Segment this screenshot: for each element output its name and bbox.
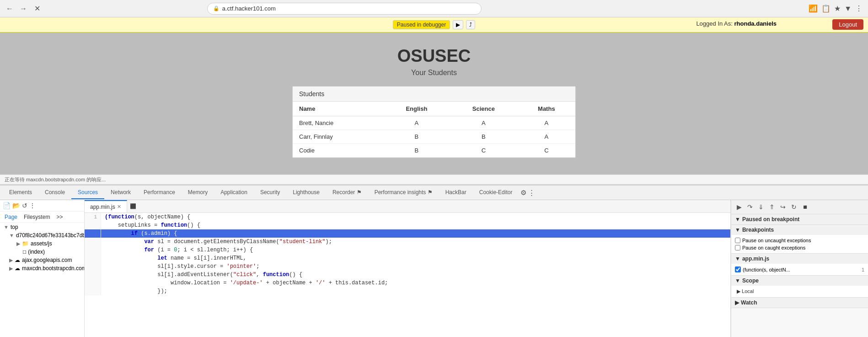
breakpoints-header[interactable]: ▼ Breakpoints	[731, 225, 868, 235]
resume-button[interactable]: ▶	[453, 20, 463, 29]
code-line-10: });	[85, 287, 730, 295]
resume-execution-button[interactable]: ▶	[734, 202, 744, 212]
tree-item-ajax[interactable]: ▶ ☁ ajax.googleapis.com	[0, 256, 84, 264]
tab-network[interactable]: Network	[104, 186, 137, 199]
new-file-icon[interactable]: 📄	[3, 202, 11, 209]
tab-sources[interactable]: Sources	[71, 186, 104, 199]
sync-icon[interactable]: ↺	[22, 202, 27, 209]
collapse-icon[interactable]: ⬛	[130, 203, 136, 209]
file-tree-tab-filesystem[interactable]: Filesystem	[22, 213, 52, 221]
section-expand-icon: ▶	[735, 299, 739, 306]
line-number: 1	[85, 213, 101, 221]
tab-lighthouse[interactable]: Lighthouse	[286, 186, 326, 199]
paused-section: ▼ Paused on breakpoint	[731, 214, 868, 225]
students-panel-header: Students	[293, 87, 575, 102]
table-row: Codie B C C	[293, 144, 575, 158]
tree-item-assets-js[interactable]: ▶ 📁 assets/js	[0, 239, 84, 248]
step-over-button[interactable]: ⤴	[466, 20, 475, 29]
tree-item-maxcdn[interactable]: ▶ ☁ maxcdn.bootstrapcdn.com	[0, 264, 84, 272]
scope-local-item[interactable]: ▶ Local	[735, 288, 864, 295]
code-content: let name = sl[i].innerHTML,	[101, 254, 246, 262]
refresh-button[interactable]: ✕	[32, 4, 42, 14]
tab-console[interactable]: Console	[38, 186, 71, 199]
devtools-body: 📄 📂 ↺ ⋮ Page Filesystem >> ▼ top ▼ d70f8…	[0, 200, 868, 337]
debugger-panel: ▶ ↷ ⇓ ⇑ ↪ ↻ ◾ ▼ Paused on breakpoint ▼ B…	[731, 200, 868, 337]
tree-expand-icon: ▼	[9, 233, 14, 238]
step-out-button[interactable]: ⇑	[767, 202, 777, 212]
pause-caught-label: Pause on caught exceptions	[742, 245, 805, 250]
line-number	[85, 279, 101, 287]
line-number	[85, 287, 101, 295]
watch-header[interactable]: ▶ Watch	[731, 298, 868, 308]
status-bar: 正在等待 maxcdn.bootstrapcdn.com 的响应...	[0, 174, 868, 185]
pause-uncaught-label: Pause on uncaught exceptions	[742, 238, 811, 243]
code-editor[interactable]: 1 (function(s, objectName) { setupLinks …	[85, 213, 730, 337]
code-content: sl[i].addEventListener("click", function…	[101, 271, 302, 279]
code-content: (function(s, objectName) {	[101, 213, 190, 221]
file-tree-tab-page[interactable]: Page	[3, 213, 19, 221]
new-folder-icon[interactable]: 📂	[12, 202, 20, 209]
tree-item-top[interactable]: ▼ top	[0, 223, 84, 231]
devtools-more-icon[interactable]: ⋮	[528, 189, 535, 197]
step-over-button[interactable]: ↷	[745, 202, 755, 212]
tree-item-index[interactable]: □ (index)	[0, 248, 84, 256]
tab-performance[interactable]: Performance	[137, 186, 182, 199]
code-line-5: for (i = 0; i < sl.length; i++) {	[85, 246, 730, 254]
more-options-icon[interactable]: ⋮	[29, 202, 36, 209]
tree-expand-icon: ▶	[9, 266, 13, 272]
devtools-settings-icon[interactable]: ⚙	[520, 189, 526, 197]
student-maths: A	[518, 130, 575, 144]
tab-hackbar[interactable]: HackBar	[439, 186, 473, 199]
scope-header[interactable]: ▼ Scope	[731, 276, 868, 286]
tab-recorder[interactable]: Recorder ⚑	[326, 186, 368, 199]
watch-label: Watch	[741, 299, 757, 306]
col-maths: Maths	[518, 102, 575, 116]
call-stack-header[interactable]: ▼ app.min.js	[731, 254, 868, 264]
file-tree-tab-more[interactable]: >>	[54, 213, 64, 221]
pause-caught-item: Pause on caught exceptions	[735, 244, 864, 251]
lock-icon: 🔒	[213, 5, 220, 11]
deactivate-breakpoints-button[interactable]: ↻	[789, 202, 799, 212]
action-icon-1[interactable]: 📶	[808, 3, 819, 14]
student-science: A	[450, 116, 518, 130]
logout-button[interactable]: Logout	[832, 19, 863, 30]
student-maths: C	[518, 144, 575, 158]
action-icon-5[interactable]: ⋮	[854, 3, 863, 14]
forward-button[interactable]: →	[18, 4, 28, 14]
tab-security[interactable]: Security	[254, 186, 286, 199]
page-subtitle: Your Students	[411, 69, 457, 77]
pause-uncaught-checkbox[interactable]	[735, 238, 740, 243]
action-icon-3[interactable]: ★	[833, 3, 841, 14]
call-stack-fn-label: (function(s, objectN...	[743, 267, 790, 272]
call-stack-section: ▼ app.min.js (function(s, objectN... 1	[731, 254, 868, 276]
action-icon-4[interactable]: ▼	[843, 4, 852, 14]
tree-label: maxcdn.bootstrapcdn.com	[22, 265, 85, 272]
pause-caught-checkbox[interactable]	[735, 245, 740, 250]
back-button[interactable]: ←	[5, 4, 15, 14]
tab-performance-insights[interactable]: Performance insights ⚑	[368, 186, 439, 199]
tab-memory[interactable]: Memory	[182, 186, 214, 199]
paused-section-header[interactable]: ▼ Paused on breakpoint	[731, 214, 868, 224]
code-content: });	[101, 287, 167, 295]
url-text: a.ctf.hacker101.com	[222, 5, 276, 12]
tab-elements[interactable]: Elements	[3, 186, 38, 199]
code-tab-appminjs[interactable]: app.min.js ✕	[85, 200, 127, 212]
table-row: Carr, Finnlay B B A	[293, 130, 575, 144]
debugger-bar: Paused in debugger ▶ ⤴ Logged In As: rho…	[0, 17, 868, 33]
tree-item-d70f[interactable]: ▼ d70f8c240d67fe33143bc7db6c9...	[0, 231, 84, 239]
call-stack-body: (function(s, objectN... 1	[731, 264, 868, 275]
logged-in-info: Logged In As: rhonda.daniels	[696, 20, 777, 27]
tab-application[interactable]: Application	[214, 186, 254, 199]
action-icon-2[interactable]: 📋	[820, 3, 831, 14]
tab-cookie-editor[interactable]: Cookie-Editor	[473, 186, 519, 199]
call-stack-checkbox[interactable]	[735, 266, 741, 272]
student-science: B	[450, 130, 518, 144]
status-text: 正在等待 maxcdn.bootstrapcdn.com 的响应...	[5, 176, 106, 183]
dont-pause-button[interactable]: ◾	[800, 202, 810, 212]
step-button[interactable]: ↪	[778, 202, 788, 212]
code-content: window.location = '/update-' + objectNam…	[101, 279, 388, 287]
address-bar[interactable]: 🔒 a.ctf.hacker101.com	[207, 3, 482, 15]
step-into-button[interactable]: ⇓	[756, 202, 766, 212]
student-english: B	[384, 130, 450, 144]
code-tab-close-icon[interactable]: ✕	[117, 204, 121, 210]
